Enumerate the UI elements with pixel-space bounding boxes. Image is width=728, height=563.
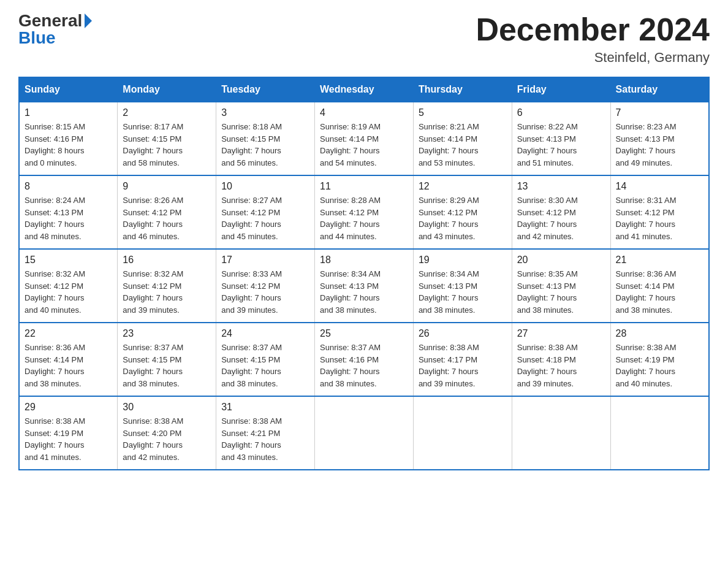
day-of-week-header: Wednesday [315, 77, 414, 102]
calendar-week-row: 15 Sunrise: 8:32 AMSunset: 4:12 PMDaylig… [19, 249, 709, 323]
day-info: Sunrise: 8:29 AMSunset: 4:12 PMDaylight:… [419, 196, 479, 241]
calendar-day-cell: 31 Sunrise: 8:38 AMSunset: 4:21 PMDaylig… [216, 396, 315, 470]
day-info: Sunrise: 8:35 AMSunset: 4:13 PMDaylight:… [517, 269, 578, 315]
calendar-day-cell: 15 Sunrise: 8:32 AMSunset: 4:12 PMDaylig… [19, 249, 118, 323]
day-of-week-header: Monday [118, 77, 216, 102]
day-info: Sunrise: 8:18 AMSunset: 4:15 PMDaylight:… [221, 122, 282, 167]
day-number: 31 [221, 402, 309, 413]
day-number: 10 [221, 181, 309, 192]
day-info: Sunrise: 8:28 AMSunset: 4:12 PMDaylight:… [320, 196, 381, 241]
day-info: Sunrise: 8:32 AMSunset: 4:12 PMDaylight:… [25, 269, 85, 315]
calendar-day-cell: 7 Sunrise: 8:23 AMSunset: 4:13 PMDayligh… [610, 102, 709, 175]
page-header: General Blue December 2024 Steinfeld, Ge… [18, 12, 710, 66]
day-info: Sunrise: 8:38 AMSunset: 4:21 PMDaylight:… [221, 416, 282, 462]
day-info: Sunrise: 8:38 AMSunset: 4:20 PMDaylight:… [123, 416, 183, 462]
day-info: Sunrise: 8:34 AMSunset: 4:13 PMDaylight:… [419, 269, 479, 315]
calendar-week-row: 29 Sunrise: 8:38 AMSunset: 4:19 PMDaylig… [19, 396, 709, 470]
calendar-day-cell: 17 Sunrise: 8:33 AMSunset: 4:12 PMDaylig… [216, 249, 315, 323]
day-info: Sunrise: 8:30 AMSunset: 4:12 PMDaylight:… [517, 196, 578, 241]
calendar-day-cell: 26 Sunrise: 8:38 AMSunset: 4:17 PMDaylig… [413, 323, 512, 396]
day-number: 8 [25, 181, 112, 192]
day-info: Sunrise: 8:22 AMSunset: 4:13 PMDaylight:… [517, 122, 578, 167]
day-info: Sunrise: 8:24 AMSunset: 4:13 PMDaylight:… [25, 196, 85, 241]
day-number: 20 [517, 255, 605, 266]
calendar-day-cell: 27 Sunrise: 8:38 AMSunset: 4:18 PMDaylig… [512, 323, 610, 396]
day-of-week-header: Sunday [19, 77, 118, 102]
day-info: Sunrise: 8:19 AMSunset: 4:14 PMDaylight:… [320, 122, 381, 167]
calendar-day-cell [512, 396, 610, 470]
month-title: December 2024 [476, 12, 710, 47]
day-number: 2 [123, 107, 211, 118]
calendar-day-cell: 9 Sunrise: 8:26 AMSunset: 4:12 PMDayligh… [118, 175, 216, 249]
location-title: Steinfeld, Germany [476, 50, 710, 66]
day-info: Sunrise: 8:17 AMSunset: 4:15 PMDaylight:… [123, 122, 183, 167]
calendar-week-row: 22 Sunrise: 8:36 AMSunset: 4:14 PMDaylig… [19, 323, 709, 396]
day-number: 17 [221, 255, 309, 266]
day-number: 1 [25, 107, 112, 118]
calendar-day-cell: 24 Sunrise: 8:37 AMSunset: 4:15 PMDaylig… [216, 323, 315, 396]
day-of-week-header: Saturday [610, 77, 709, 102]
logo: General Blue [18, 12, 92, 47]
day-of-week-header: Tuesday [216, 77, 315, 102]
calendar-day-cell: 25 Sunrise: 8:37 AMSunset: 4:16 PMDaylig… [315, 323, 414, 396]
day-number: 6 [517, 107, 605, 118]
calendar-day-cell: 22 Sunrise: 8:36 AMSunset: 4:14 PMDaylig… [19, 323, 118, 396]
day-info: Sunrise: 8:15 AMSunset: 4:16 PMDaylight:… [25, 122, 85, 167]
calendar-day-cell: 8 Sunrise: 8:24 AMSunset: 4:13 PMDayligh… [19, 175, 118, 249]
day-number: 22 [25, 328, 112, 339]
day-info: Sunrise: 8:37 AMSunset: 4:15 PMDaylight:… [221, 343, 282, 388]
calendar-day-cell: 3 Sunrise: 8:18 AMSunset: 4:15 PMDayligh… [216, 102, 315, 175]
calendar-table: SundayMondayTuesdayWednesdayThursdayFrid… [18, 77, 710, 470]
calendar-day-cell [610, 396, 709, 470]
day-info: Sunrise: 8:37 AMSunset: 4:15 PMDaylight:… [123, 343, 183, 388]
calendar-day-cell: 16 Sunrise: 8:32 AMSunset: 4:12 PMDaylig… [118, 249, 216, 323]
calendar-day-cell: 10 Sunrise: 8:27 AMSunset: 4:12 PMDaylig… [216, 175, 315, 249]
day-info: Sunrise: 8:33 AMSunset: 4:12 PMDaylight:… [221, 269, 282, 315]
day-number: 12 [419, 181, 507, 192]
day-number: 21 [616, 255, 703, 266]
calendar-day-cell: 21 Sunrise: 8:36 AMSunset: 4:14 PMDaylig… [610, 249, 709, 323]
day-info: Sunrise: 8:36 AMSunset: 4:14 PMDaylight:… [25, 343, 85, 388]
day-number: 11 [320, 181, 408, 192]
calendar-day-cell: 2 Sunrise: 8:17 AMSunset: 4:15 PMDayligh… [118, 102, 216, 175]
calendar-day-cell: 1 Sunrise: 8:15 AMSunset: 4:16 PMDayligh… [19, 102, 118, 175]
day-number: 3 [221, 107, 309, 118]
calendar-day-cell: 18 Sunrise: 8:34 AMSunset: 4:13 PMDaylig… [315, 249, 414, 323]
calendar-week-row: 1 Sunrise: 8:15 AMSunset: 4:16 PMDayligh… [19, 102, 709, 175]
day-of-week-header: Friday [512, 77, 610, 102]
calendar-day-cell: 20 Sunrise: 8:35 AMSunset: 4:13 PMDaylig… [512, 249, 610, 323]
calendar-day-cell: 11 Sunrise: 8:28 AMSunset: 4:12 PMDaylig… [315, 175, 414, 249]
calendar-day-cell: 12 Sunrise: 8:29 AMSunset: 4:12 PMDaylig… [413, 175, 512, 249]
calendar-day-cell: 14 Sunrise: 8:31 AMSunset: 4:12 PMDaylig… [610, 175, 709, 249]
calendar-day-cell: 6 Sunrise: 8:22 AMSunset: 4:13 PMDayligh… [512, 102, 610, 175]
calendar-day-cell [315, 396, 414, 470]
day-number: 16 [123, 255, 211, 266]
day-info: Sunrise: 8:38 AMSunset: 4:19 PMDaylight:… [25, 416, 85, 462]
day-info: Sunrise: 8:38 AMSunset: 4:18 PMDaylight:… [517, 343, 578, 388]
day-number: 18 [320, 255, 408, 266]
day-number: 30 [123, 402, 211, 413]
day-of-week-header: Thursday [413, 77, 512, 102]
day-number: 23 [123, 328, 211, 339]
day-info: Sunrise: 8:21 AMSunset: 4:14 PMDaylight:… [419, 122, 479, 167]
day-number: 26 [419, 328, 507, 339]
logo-arrow-icon [85, 13, 92, 28]
day-number: 14 [616, 181, 703, 192]
day-number: 15 [25, 255, 112, 266]
day-number: 5 [419, 107, 507, 118]
day-info: Sunrise: 8:38 AMSunset: 4:17 PMDaylight:… [419, 343, 479, 388]
day-number: 4 [320, 107, 408, 118]
day-number: 24 [221, 328, 309, 339]
title-section: December 2024 Steinfeld, Germany [476, 12, 710, 66]
logo-general-text: General [18, 12, 82, 29]
day-info: Sunrise: 8:34 AMSunset: 4:13 PMDaylight:… [320, 269, 381, 315]
calendar-day-cell: 4 Sunrise: 8:19 AMSunset: 4:14 PMDayligh… [315, 102, 414, 175]
calendar-day-cell [413, 396, 512, 470]
logo-blue-text: Blue [18, 29, 56, 47]
day-number: 25 [320, 328, 408, 339]
day-info: Sunrise: 8:31 AMSunset: 4:12 PMDaylight:… [616, 196, 677, 241]
calendar-day-cell: 13 Sunrise: 8:30 AMSunset: 4:12 PMDaylig… [512, 175, 610, 249]
day-info: Sunrise: 8:32 AMSunset: 4:12 PMDaylight:… [123, 269, 183, 315]
calendar-day-cell: 28 Sunrise: 8:38 AMSunset: 4:19 PMDaylig… [610, 323, 709, 396]
day-info: Sunrise: 8:37 AMSunset: 4:16 PMDaylight:… [320, 343, 381, 388]
